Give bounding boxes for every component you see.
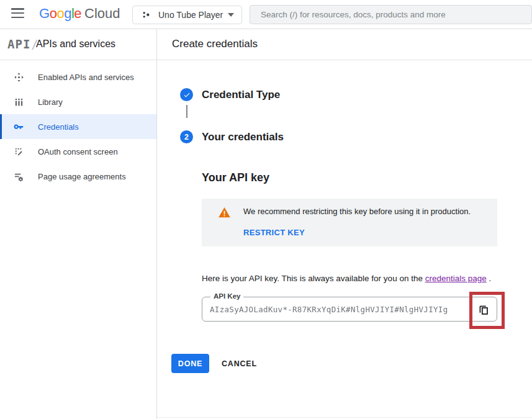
top-app-bar: GoogleCloud Uno Tube Player Search (/) f… <box>0 0 532 29</box>
chevron-down-icon <box>228 13 234 17</box>
sidebar-item-page-usage-agreements[interactable]: Page usage agreements <box>0 164 156 189</box>
project-icon <box>141 10 151 20</box>
step2-number: 2 <box>184 133 189 142</box>
sidebar-divider <box>156 30 157 419</box>
description-text: Here is your API key. This is always ava… <box>202 274 425 283</box>
warning-text: We recommend restricting this key before… <box>243 207 471 216</box>
sidebar-item-oauth-consent[interactable]: OAuth consent screen <box>0 139 156 164</box>
page-usage-agreements-icon <box>13 171 24 182</box>
credentials-page-link[interactable]: credentials page <box>425 274 487 283</box>
sidebar-item-label: Page usage agreements <box>38 172 126 181</box>
logo-letter: e <box>74 6 81 21</box>
description-text-after: . <box>487 274 492 283</box>
product-title: APIs and services <box>36 38 115 50</box>
step1-completed-indicator <box>180 88 193 101</box>
step-connector-line <box>186 105 187 118</box>
search-placeholder: Search (/) for resources, docs, products… <box>261 10 446 19</box>
project-selector-label: Uno Tube Player <box>158 10 223 20</box>
page-title: Create credentials <box>172 38 258 50</box>
cancel-button[interactable]: CANCEL <box>222 354 257 373</box>
sidebar-item-label: Credentials <box>38 122 79 132</box>
library-icon <box>13 96 24 107</box>
logo-cloud-text: Cloud <box>84 6 120 21</box>
api-key-field-label: API Key <box>210 292 243 300</box>
logo-letter: o <box>56 6 64 21</box>
sidebar-item-credentials[interactable]: Credentials <box>0 114 156 139</box>
sidebar-item-label: Enabled APIs and services <box>38 73 134 82</box>
sidebar-item-library[interactable]: Library <box>0 89 156 114</box>
api-logo-text: API <box>7 37 30 51</box>
sidebar-item-label: Library <box>38 97 63 107</box>
hamburger-menu-icon[interactable] <box>11 8 26 21</box>
google-cloud-logo: GoogleCloud <box>39 6 120 22</box>
project-selector-button[interactable]: Uno Tube Player <box>132 6 242 24</box>
check-icon <box>183 91 191 99</box>
search-input[interactable]: Search (/) for resources, docs, products… <box>250 5 532 24</box>
step2-indicator: 2 <box>180 130 193 143</box>
content-bottom-divider <box>157 417 532 418</box>
apis-services-logo-icon: API/ <box>7 37 39 51</box>
api-key-field[interactable]: API Key AIzaSyAJOLadKuv*-R87KRxYqDiK#Nlg… <box>202 297 497 322</box>
sidebar-nav: Enabled APIs and services Library Creden… <box>0 65 156 189</box>
logo-letter: g <box>64 6 71 21</box>
warning-icon <box>219 207 230 220</box>
oauth-consent-icon <box>13 146 24 157</box>
api-key-description: Here is your API key. This is always ava… <box>202 274 491 283</box>
enabled-apis-icon <box>13 71 24 83</box>
logo-letter: o <box>50 6 57 21</box>
step2-label: Your credentials <box>202 130 284 143</box>
key-icon <box>13 121 24 132</box>
sidebar-item-enabled-apis[interactable]: Enabled APIs and services <box>0 65 156 89</box>
section-title: Your API key <box>202 171 269 184</box>
restrict-key-button[interactable]: RESTRICT KEY <box>243 228 305 237</box>
sidebar-item-label: OAuth consent screen <box>38 147 118 156</box>
copy-button[interactable] <box>477 304 490 316</box>
copy-icon <box>479 305 489 315</box>
api-key-value[interactable]: AIzaSyAJOLadKuv*-R87KRxYqDiK#NlgHVJIYI#N… <box>210 305 477 314</box>
logo-letter: G <box>39 6 50 21</box>
warning-banner: We recommend restricting this key before… <box>202 199 497 246</box>
done-button[interactable]: DONE <box>171 354 209 373</box>
product-header: API/ APIs and services Create credential… <box>0 30 532 60</box>
step1-label: Credential Type <box>202 88 280 101</box>
